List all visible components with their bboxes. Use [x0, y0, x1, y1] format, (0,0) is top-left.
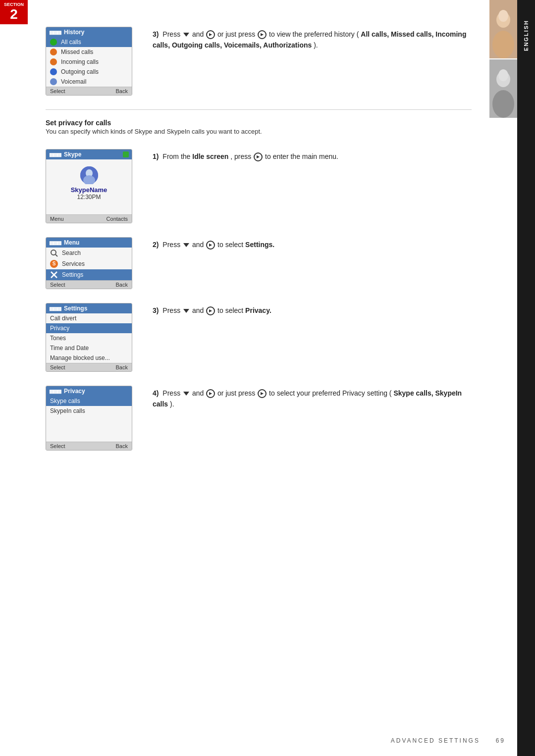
divider-1 — [46, 109, 472, 110]
signal-icon-5: ▩▩▩ — [49, 389, 61, 394]
step3-footer-right: Back — [116, 364, 128, 370]
step3-screen-title: Settings — [64, 305, 87, 312]
step1-screen-body: SkypeName 12:30PM — [46, 159, 132, 214]
privacy-heading-desc: You can specify which kinds of Skype and… — [46, 128, 472, 135]
step2-phone-screen: ▩▩▩ Menu Search S Services — [46, 237, 132, 289]
step-1-row: ▩▩▩ Skype SkypeName 12:30PM — [46, 149, 472, 223]
step4-screen-box: ▩▩▩ Privacy Skype calls SkypeIn calls Se… — [46, 386, 135, 451]
section-number: 2 — [0, 7, 28, 21]
settings-row-0: Call divert — [46, 313, 132, 323]
circle-right-icon-1 — [206, 30, 215, 39]
privacy-spacer — [46, 416, 132, 442]
step4-footer-right: Back — [116, 443, 128, 449]
dot-icon-3 — [50, 68, 57, 75]
settings-row-label-2: Tones — [50, 335, 66, 342]
step-4-row: ▩▩▩ Privacy Skype calls SkypeIn calls Se… — [46, 386, 472, 451]
step3s-number: 3) — [153, 306, 159, 314]
history-row-0: All calls — [46, 37, 132, 47]
privacy-row-label-1: SkypeIn calls — [50, 407, 85, 414]
menu-row-label-1: Services — [62, 260, 85, 267]
history-screen-body: All calls Missed calls Incoming calls Ou… — [46, 37, 132, 87]
step3-text-mid1: and — [192, 30, 204, 38]
signal-icon: ▩▩▩ — [49, 30, 61, 35]
history-row-3: Outgoing calls — [46, 67, 132, 77]
language-label: ENGLISH — [523, 20, 529, 51]
side-photo-1 — [489, 0, 517, 59]
circle-right-icon-7 — [258, 389, 267, 398]
step-3-history-row: ▩▩▩ History All calls Missed calls Incom… — [46, 27, 472, 96]
step-3-settings-text: 3) Press and to select Privacy. — [153, 303, 472, 316]
arrow-down-icon-4 — [183, 392, 189, 396]
circle-right-icon-3 — [254, 152, 263, 161]
svg-point-11 — [51, 250, 56, 255]
step3-screen-header: ▩▩▩ Settings — [46, 303, 132, 313]
history-row-2: Incoming calls — [46, 57, 132, 67]
step1-bold: Idle screen — [192, 152, 228, 160]
settings-row-3: Time and Date — [46, 343, 132, 353]
step4-screen-title: Privacy — [64, 388, 85, 395]
step1-screen-title: Skype — [64, 151, 81, 158]
privacy-row-1: SkypeIn calls — [46, 406, 132, 416]
step3-screen-footer: Select Back — [46, 363, 132, 371]
history-phone-screen: ▩▩▩ History All calls Missed calls Incom… — [46, 27, 132, 96]
step3-screen-body: Call divert Privacy Tones Time and Date … — [46, 313, 132, 363]
signal-icon-2: ▩▩▩ — [49, 152, 61, 157]
step4-text4: to select your preferred Privacy setting… — [269, 389, 391, 397]
circle-right-icon-5 — [206, 306, 215, 315]
step3s-text2: and — [192, 306, 204, 314]
circle-right-icon-4 — [206, 241, 215, 250]
menu-row-2: Settings — [46, 269, 132, 280]
step4-text2: and — [192, 389, 204, 397]
step2-text2: and — [192, 241, 204, 249]
signal-icon-4: ▩▩▩ — [49, 306, 61, 311]
menu-row-1: S Services — [46, 258, 132, 269]
step1-screen-header: ▩▩▩ Skype — [46, 150, 132, 159]
step4-text-close: ). — [170, 400, 174, 408]
step3-footer-left: Select — [50, 364, 65, 370]
step1-footer-left: Menu — [50, 216, 64, 222]
svg-line-12 — [55, 254, 57, 256]
settings-row-1: Privacy — [46, 323, 132, 333]
step1-screen-footer: Menu Contacts — [46, 214, 132, 223]
step3-text-close: ). — [314, 41, 318, 49]
signal-icon-3: ▩▩▩ — [49, 240, 61, 246]
privacy-row-label-0: Skype calls — [50, 398, 80, 404]
step-2-row: ▩▩▩ Menu Search S Services — [46, 237, 472, 289]
skype-status-icon — [123, 151, 129, 157]
history-screen-box: ▩▩▩ History All calls Missed calls Incom… — [46, 27, 135, 96]
step4-phone-screen: ▩▩▩ Privacy Skype calls SkypeIn calls Se… — [46, 386, 132, 451]
step1-phone-screen: ▩▩▩ Skype SkypeName 12:30PM — [46, 149, 132, 223]
step2-text: Press — [162, 241, 180, 249]
dot-icon-4 — [50, 78, 57, 85]
menu-row-label-0: Search — [62, 250, 81, 256]
step2-footer-left: Select — [50, 282, 65, 288]
side-photo-2 — [489, 59, 517, 119]
settings-row-label-4: Manage blocked use... — [50, 354, 110, 361]
page-footer: ADVANCED SETTINGS 69 — [391, 737, 505, 744]
settings-row-4: Manage blocked use... — [46, 353, 132, 363]
history-screen-footer: Select Back — [46, 87, 132, 95]
dot-icon-1 — [50, 49, 57, 55]
history-row-label-0: All calls — [61, 39, 81, 46]
history-row-label-1: Missed calls — [61, 49, 93, 55]
circle-right-icon-6 — [206, 389, 215, 398]
dot-icon-2 — [50, 58, 57, 65]
page-label: ADVANCED SETTINGS — [391, 737, 480, 744]
circle-right-icon-2 — [258, 30, 267, 39]
history-screen-header: ▩▩▩ History — [46, 27, 132, 37]
step2-bold: Settings. — [245, 241, 274, 249]
step-3-history-text: 3) Press and or just press to view the p… — [153, 27, 472, 51]
step4-text: Press — [162, 389, 180, 397]
privacy-row-0: Skype calls — [46, 396, 132, 406]
history-row-4: Voicemail — [46, 77, 132, 87]
svg-point-7 — [498, 69, 508, 81]
step4-text3: or just press — [217, 389, 255, 397]
step3s-bold: Privacy. — [245, 306, 271, 314]
step1-footer-right: Contacts — [107, 216, 128, 222]
step-1-text: 1) From the Idle screen , press to enter… — [153, 149, 472, 162]
menu-row-label-2: Settings — [62, 271, 83, 278]
step3s-text3: to select — [217, 306, 243, 314]
arrow-down-icon-1 — [183, 33, 189, 37]
history-footer-right: Back — [116, 88, 128, 94]
menu-row-0: Search — [46, 248, 132, 258]
